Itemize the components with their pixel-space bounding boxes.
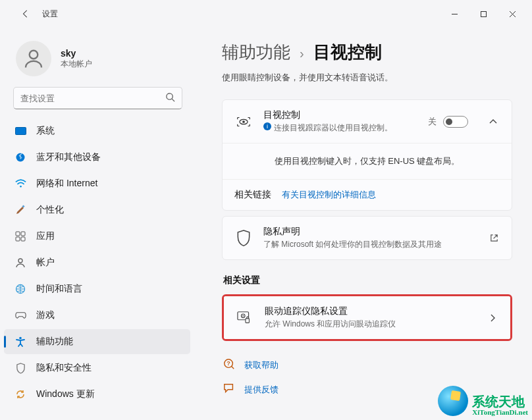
sidebar-item-gaming[interactable]: 游戏 bbox=[4, 303, 190, 328]
watermark-text-en: XiTongTianDi.net bbox=[472, 408, 528, 416]
watermark-logo-icon bbox=[438, 386, 468, 416]
minimize-button[interactable] bbox=[440, 4, 469, 24]
chevron-right-icon bbox=[487, 312, 498, 324]
get-help-link[interactable]: ? 获取帮助 bbox=[222, 355, 512, 375]
sidebar-item-bluetooth[interactable]: 蓝牙和其他设备 bbox=[4, 145, 190, 170]
account-icon bbox=[14, 257, 26, 269]
external-link-icon bbox=[488, 232, 500, 244]
user-name: sky bbox=[61, 48, 92, 59]
sidebar-item-label: 个性化 bbox=[36, 204, 64, 216]
svg-point-17 bbox=[242, 120, 245, 123]
shield-icon bbox=[14, 362, 26, 374]
privacy-title: 隐私声明 bbox=[263, 226, 477, 238]
eye-tracker-privacy-card[interactable]: 眼动追踪仪隐私设置 允许 Windows 和应用访问眼动追踪仪 bbox=[222, 294, 512, 341]
eye-tracker-privacy-title: 眼动追踪仪隐私设置 bbox=[265, 305, 476, 317]
eye-control-note: 使用目视控制键入时，仅支持 EN-US 键盘布局。 bbox=[275, 155, 460, 167]
eye-control-details-link[interactable]: 有关目视控制的详细信息 bbox=[282, 189, 376, 201]
sidebar-item-label: 游戏 bbox=[36, 309, 55, 321]
globe-icon bbox=[14, 283, 26, 295]
close-button[interactable] bbox=[498, 4, 527, 24]
related-settings-heading: 相关设置 bbox=[223, 275, 512, 286]
svg-point-7 bbox=[20, 186, 22, 188]
avatar bbox=[16, 41, 51, 76]
search-input[interactable] bbox=[20, 93, 165, 103]
sidebar-item-time-language[interactable]: 时间和语言 bbox=[4, 276, 190, 302]
expand-button[interactable] bbox=[487, 115, 500, 128]
watermark: 系统天地 XiTongTianDi.net bbox=[438, 386, 528, 416]
breadcrumb-parent[interactable]: 辅助功能 bbox=[222, 41, 290, 64]
sidebar-item-personalization[interactable]: 个性化 bbox=[4, 197, 190, 223]
sidebar-item-network[interactable]: 网络和 Internet bbox=[4, 171, 190, 196]
svg-point-20 bbox=[242, 315, 244, 316]
sidebar-item-label: 系统 bbox=[36, 125, 55, 137]
sidebar-item-label: 帐户 bbox=[36, 257, 55, 269]
sidebar-item-label: 蓝牙和其他设备 bbox=[36, 151, 101, 163]
maximize-button[interactable] bbox=[469, 4, 498, 24]
svg-text:?: ? bbox=[226, 360, 230, 367]
chevron-right-icon: › bbox=[300, 46, 304, 61]
window-title: 设置 bbox=[42, 9, 58, 20]
search-box[interactable] bbox=[13, 87, 182, 109]
sidebar-item-system[interactable]: 系统 bbox=[4, 118, 190, 144]
system-icon bbox=[14, 125, 26, 137]
gaming-icon bbox=[14, 309, 26, 321]
sidebar-item-accounts[interactable]: 帐户 bbox=[4, 250, 190, 275]
sidebar-item-label: 应用 bbox=[36, 230, 55, 242]
svg-rect-5 bbox=[15, 127, 26, 134]
toggle-label: 关 bbox=[428, 116, 437, 128]
back-button[interactable] bbox=[16, 4, 36, 24]
svg-rect-11 bbox=[16, 237, 20, 241]
eye-icon bbox=[234, 113, 253, 131]
sidebar-item-label: 时间和语言 bbox=[36, 283, 82, 295]
sidebar-item-label: 隐私和安全性 bbox=[36, 362, 92, 374]
svg-rect-10 bbox=[21, 232, 25, 236]
help-icon: ? bbox=[223, 358, 235, 372]
brush-icon bbox=[14, 204, 26, 216]
svg-point-2 bbox=[30, 51, 38, 59]
card-title: 目视控制 bbox=[263, 109, 417, 121]
sidebar-item-label: 辅助功能 bbox=[36, 336, 73, 348]
search-icon bbox=[165, 92, 175, 104]
sidebar-item-windows-update[interactable]: Windows 更新 bbox=[4, 382, 190, 407]
svg-line-4 bbox=[172, 99, 174, 101]
shield-outline-icon bbox=[234, 229, 253, 248]
privacy-desc: 了解 Microsoft 如何处理你的目视控制数据及其用途 bbox=[263, 239, 477, 250]
svg-point-15 bbox=[19, 337, 22, 340]
watermark-text-cn: 系统天地 bbox=[472, 395, 528, 408]
related-links-label: 相关链接 bbox=[234, 189, 271, 201]
wifi-icon bbox=[14, 178, 26, 190]
page-subtitle: 使用眼睛控制设备，并使用文本转语音说话。 bbox=[222, 72, 512, 84]
eye-tracker-privacy-desc: 允许 Windows 和应用访问眼动追踪仪 bbox=[265, 319, 476, 330]
sidebar-item-apps[interactable]: 应用 bbox=[4, 224, 190, 249]
svg-point-13 bbox=[18, 259, 22, 263]
accessibility-icon bbox=[14, 336, 26, 348]
privacy-statement-card[interactable]: 隐私声明 了解 Microsoft 如何处理你的目视控制数据及其用途 bbox=[222, 216, 512, 260]
svg-rect-12 bbox=[21, 237, 25, 241]
svg-line-24 bbox=[232, 367, 234, 369]
svg-point-3 bbox=[167, 93, 173, 99]
user-profile[interactable]: sky 本地帐户 bbox=[0, 34, 194, 87]
card-desc: 连接目视跟踪器以使用目视控制。 bbox=[274, 122, 392, 134]
eye-control-card: 目视控制 i 连接目视跟踪器以使用目视控制。 关 使用目视控制键入时，仅支持 E… bbox=[222, 99, 512, 211]
feedback-icon bbox=[223, 382, 235, 396]
sidebar-item-label: Windows 更新 bbox=[36, 388, 95, 400]
eye-tracker-icon bbox=[236, 309, 254, 327]
eye-control-toggle[interactable] bbox=[443, 116, 468, 128]
sidebar-item-accessibility[interactable]: 辅助功能 bbox=[4, 329, 190, 354]
svg-rect-9 bbox=[16, 232, 20, 236]
svg-rect-1 bbox=[481, 11, 486, 16]
sidebar-item-privacy[interactable]: 隐私和安全性 bbox=[4, 355, 190, 381]
apps-icon bbox=[14, 230, 26, 242]
page-title: 目视控制 bbox=[313, 41, 382, 64]
sidebar-nav: 系统 蓝牙和其他设备 网络和 Internet 个性化 应用 帐户 bbox=[0, 115, 194, 407]
account-type: 本地帐户 bbox=[61, 59, 92, 70]
update-icon bbox=[14, 388, 26, 400]
info-icon: i bbox=[263, 122, 271, 130]
breadcrumb: 辅助功能 › 目视控制 bbox=[222, 41, 512, 64]
svg-rect-21 bbox=[246, 318, 250, 322]
bluetooth-icon bbox=[14, 151, 26, 163]
sidebar-item-label: 网络和 Internet bbox=[36, 178, 97, 190]
